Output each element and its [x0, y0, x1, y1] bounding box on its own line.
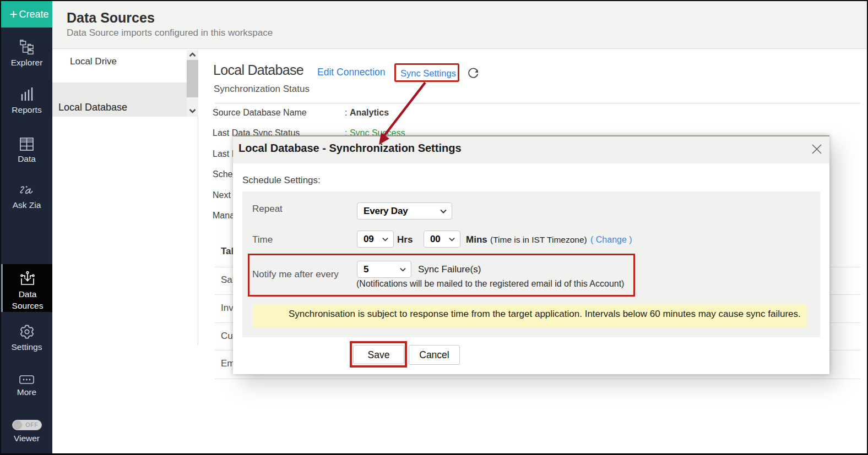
svg-text:OFF: OFF [25, 422, 38, 428]
